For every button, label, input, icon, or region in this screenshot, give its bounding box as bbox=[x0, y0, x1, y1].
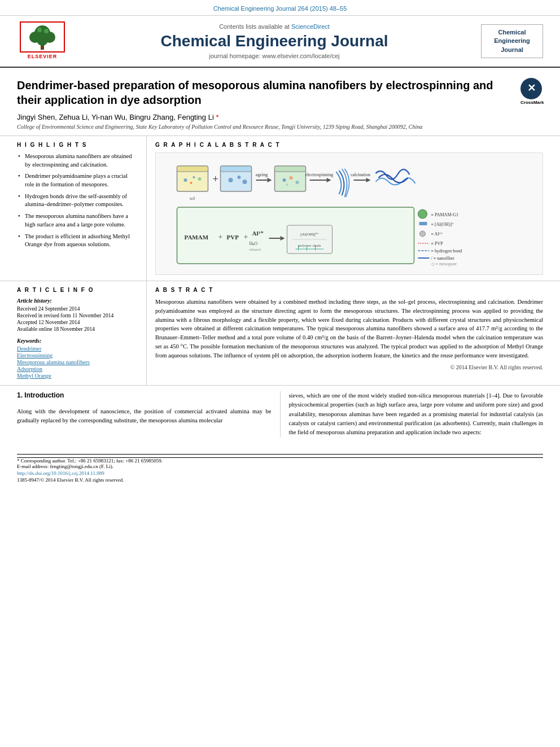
svg-rect-9 bbox=[177, 166, 208, 172]
svg-point-29 bbox=[286, 184, 288, 186]
journal-right-box: ChemicalEngineeringJournal bbox=[481, 24, 543, 58]
keyword-2[interactable]: Electrospinning bbox=[17, 352, 138, 359]
svg-point-7 bbox=[44, 29, 49, 33]
article-info-label: A R T I C L E I N F O bbox=[17, 287, 138, 293]
email-text: E-mail address: fengting@tongji.edu.cn (… bbox=[17, 464, 113, 469]
email-address: E-mail address: fengting@tongji.edu.cn (… bbox=[17, 464, 543, 469]
list-item: Mesoporous alumina nanofibers are obtain… bbox=[17, 152, 138, 169]
authors-text: Jingyi Shen, Zehua Li, Yi-nan Wu, Bingru… bbox=[17, 113, 214, 121]
svg-point-20 bbox=[243, 180, 247, 184]
doi-link[interactable]: http://dx.doi.org/10.1016/j.cej.2014.11.… bbox=[17, 470, 104, 476]
journal-header-center: Contents lists available at ScienceDirec… bbox=[68, 23, 481, 59]
revised-date: Received in revised form 11 November 201… bbox=[17, 313, 138, 318]
svg-text:sol: sol bbox=[190, 196, 195, 201]
elsevier-logo: ELSEVIER bbox=[17, 21, 68, 61]
article-title-text: Dendrimer-based preparation of mesoporou… bbox=[17, 78, 509, 107]
list-item: The product is efficient in adsorbing Me… bbox=[17, 233, 138, 249]
keyword-3[interactable]: Mesoporous alumina nanofibers bbox=[17, 359, 138, 365]
svg-text:PAMAM: PAMAM bbox=[185, 234, 209, 241]
intro-right-text: sieves, which are one of the most widely… bbox=[289, 391, 544, 437]
journal-top-link[interactable]: Chemical Engineering Journal 264 (2015) … bbox=[213, 5, 347, 12]
keywords-section: Keywords: Dendrimer Electrospinning Meso… bbox=[17, 338, 138, 379]
section-number: 1. Introduction bbox=[17, 391, 272, 399]
svg-text:ageing: ageing bbox=[256, 172, 268, 177]
svg-point-19 bbox=[238, 176, 241, 179]
list-item: Dendrimer polyamidoamine plays a crucial… bbox=[17, 172, 138, 189]
crossmark-badge: ✕ CrossMark bbox=[520, 78, 543, 101]
svg-text:polymer chain: polymer chain bbox=[298, 243, 321, 248]
svg-text:[Al(OH)]²⁺: [Al(OH)]²⁺ bbox=[300, 232, 319, 237]
svg-text:electrospinning: electrospinning bbox=[305, 172, 333, 177]
svg-marker-34 bbox=[366, 178, 371, 182]
svg-point-27 bbox=[290, 176, 293, 180]
svg-text:Al³⁺: Al³⁺ bbox=[252, 230, 264, 237]
list-item: The mesoporous alumina nanofibers have a… bbox=[17, 212, 138, 229]
introduction-section: 1. Introduction Along with the developme… bbox=[0, 386, 560, 437]
keywords-label: Keywords: bbox=[17, 338, 138, 344]
svg-text:≡ hydrogen bond: ≡ hydrogen bond bbox=[431, 248, 462, 254]
article-title-row: Dendrimer-based preparation of mesoporou… bbox=[17, 78, 543, 107]
intro-right-column: sieves, which are one of the most widely… bbox=[281, 391, 544, 437]
keyword-4[interactable]: Adsorption bbox=[17, 366, 138, 372]
svg-marker-31 bbox=[327, 178, 331, 182]
svg-point-18 bbox=[229, 178, 233, 182]
list-item: Hydrogen bonds drive the self-assembly o… bbox=[17, 193, 138, 209]
elsevier-logo-box bbox=[20, 21, 65, 53]
footnote-section: * Corresponding author. Tel.: +86 21 659… bbox=[17, 457, 543, 469]
footnote-divider: * Corresponding author. Tel.: +86 21 659… bbox=[17, 454, 543, 483]
elsevier-header: ELSEVIER Contents lists available at Sci… bbox=[0, 16, 560, 68]
svg-text:+: + bbox=[244, 233, 248, 241]
svg-marker-22 bbox=[268, 178, 272, 182]
article-title-section: Dendrimer-based preparation of mesoporou… bbox=[0, 68, 560, 136]
keyword-1[interactable]: Dendrimer bbox=[17, 346, 138, 352]
svg-text:≡ PAMAM-G1: ≡ PAMAM-G1 bbox=[431, 212, 458, 217]
svg-text:≡ Al³⁺: ≡ Al³⁺ bbox=[431, 231, 443, 237]
available-date: Available online 18 November 2014 bbox=[17, 326, 138, 332]
svg-text:PVP: PVP bbox=[227, 234, 239, 241]
svg-point-26 bbox=[283, 178, 286, 182]
svg-point-5 bbox=[37, 34, 48, 46]
highlights-list: Mesoporous alumina nanofibers are obtain… bbox=[17, 152, 138, 249]
graphical-abstract-label: G R A P H I C A L A B S T R A C T bbox=[155, 142, 543, 148]
svg-rect-56 bbox=[419, 222, 427, 225]
journal-main-title: Chemical Engineering Journal bbox=[68, 32, 481, 50]
elsevier-wordmark: ELSEVIER bbox=[28, 54, 58, 59]
highlights-column: H I G H L I G H T S Mesoporous alumina n… bbox=[17, 136, 147, 281]
svg-text:+: + bbox=[218, 233, 223, 241]
intro-left-text: Along with the development of nanoscienc… bbox=[17, 407, 272, 426]
svg-rect-17 bbox=[221, 166, 252, 172]
svg-point-12 bbox=[190, 182, 193, 184]
received-date: Received 24 September 2014 bbox=[17, 306, 138, 312]
accepted-date: Accepted 12 November 2014 bbox=[17, 320, 138, 325]
contents-list-line: Contents lists available at ScienceDirec… bbox=[68, 23, 481, 30]
homepage-text: journal homepage: www.elsevier.com/locat… bbox=[209, 53, 339, 59]
graphical-abstract-area: sol + ageing bbox=[155, 152, 543, 275]
keyword-5[interactable]: Methyl Orange bbox=[17, 373, 138, 379]
copyright-text: © 2014 Elsevier B.V. All rights reserved… bbox=[155, 364, 543, 370]
svg-point-13 bbox=[198, 177, 202, 181]
issn-text: 1385-8947/© 2014 Elsevier B.V. All right… bbox=[17, 477, 543, 483]
sciencedirect-link[interactable]: ScienceDirect bbox=[291, 23, 330, 30]
svg-point-11 bbox=[184, 178, 187, 182]
intro-left-column: 1. Introduction Along with the developme… bbox=[17, 391, 281, 437]
affiliation-text: College of Environmental Science and Eng… bbox=[17, 124, 543, 130]
svg-point-14 bbox=[193, 176, 195, 178]
corresponding-author: * Corresponding author. Tel.: +86 21 659… bbox=[17, 458, 543, 464]
svg-point-54 bbox=[418, 209, 427, 219]
abstract-text: Mesoporous alumina nanofibers were obtai… bbox=[155, 298, 543, 360]
article-info-column: A R T I C L E I N F O Article history: R… bbox=[17, 281, 147, 385]
svg-text:≡ [Al(OH)]⁺: ≡ [Al(OH)]⁺ bbox=[431, 222, 454, 227]
svg-point-28 bbox=[296, 181, 299, 184]
contents-text: Contents lists available at bbox=[219, 23, 290, 30]
svg-point-6 bbox=[37, 28, 42, 32]
svg-text:◇ ≡ mesopore: ◇ ≡ mesopore bbox=[431, 261, 457, 267]
history-label: Article history: bbox=[17, 298, 138, 304]
svg-text:≡ PVP: ≡ PVP bbox=[431, 241, 444, 246]
svg-rect-25 bbox=[275, 166, 306, 172]
abstract-label: A B S T R A C T bbox=[155, 287, 543, 293]
svg-text:H₂O: H₂O bbox=[250, 241, 258, 246]
graphical-abstract-column: G R A P H I C A L A B S T R A C T sol + bbox=[147, 136, 543, 281]
svg-text:calcination: calcination bbox=[351, 172, 370, 177]
highlights-graphical-section: H I G H L I G H T S Mesoporous alumina n… bbox=[0, 136, 560, 281]
abstract-column: A B S T R A C T Mesoporous alumina nanof… bbox=[147, 281, 543, 385]
